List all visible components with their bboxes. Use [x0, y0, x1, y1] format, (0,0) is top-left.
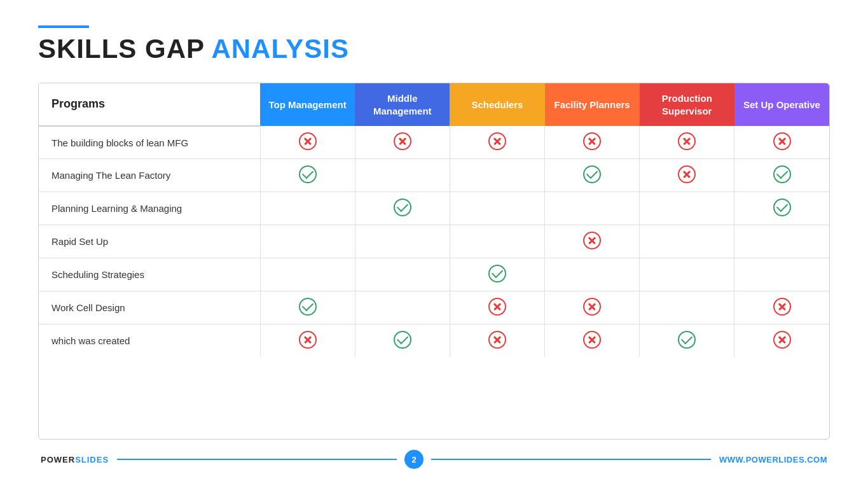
- cell-middle_mgmt: [355, 159, 450, 192]
- cell-setup: [734, 324, 829, 358]
- program-name: which was created: [39, 324, 260, 358]
- slide: SKILLS GAP ANALYSIS Programs Top Managem…: [0, 0, 868, 488]
- footer-brand: POWERSLIDES: [41, 455, 109, 464]
- check-icon: [394, 199, 411, 216]
- col-header-schedulers: Schedulers: [450, 83, 544, 126]
- x-icon: [583, 232, 601, 249]
- cell-top_mgmt: [260, 225, 355, 258]
- cell-middle_mgmt: [355, 126, 450, 159]
- cell-facility: [545, 225, 640, 258]
- cell-production: [640, 192, 734, 225]
- cell-production: [640, 225, 734, 258]
- col-header-setup: Set Up Operative: [734, 83, 829, 126]
- program-name: Work Cell Design: [39, 291, 260, 324]
- program-name: The building blocks of lean MFG: [39, 126, 260, 159]
- cell-facility: [545, 192, 640, 225]
- header-line: [38, 25, 89, 28]
- table-row: Work Cell Design: [39, 291, 829, 324]
- col-header-production: Production Supervisor: [640, 83, 734, 126]
- cell-facility: [545, 258, 640, 291]
- table-container: Programs Top Management Middle Managemen…: [38, 83, 830, 440]
- cell-schedulers: [450, 324, 544, 358]
- check-icon: [299, 165, 317, 183]
- table-row: Scheduling Strategies: [39, 258, 829, 291]
- page-number: 2: [404, 450, 424, 469]
- program-name: Scheduling Strategies: [39, 258, 260, 291]
- check-icon: [678, 331, 696, 349]
- check-icon: [583, 165, 601, 183]
- check-icon: [394, 331, 411, 349]
- x-icon: [488, 298, 506, 316]
- footer-website: WWW.POWERLIDES.COM: [719, 455, 827, 464]
- page-title: SKILLS GAP ANALYSIS: [38, 34, 830, 64]
- cell-setup: [734, 225, 829, 258]
- cell-top_mgmt: [260, 258, 355, 291]
- x-icon: [773, 298, 791, 316]
- table-row: which was created: [39, 324, 829, 358]
- cell-production: [640, 159, 734, 192]
- table-row: Managing The Lean Factory: [39, 159, 829, 192]
- check-icon: [773, 199, 791, 216]
- col-header-facility: Facility Planners: [545, 83, 640, 126]
- col-header-programs: Programs: [39, 83, 260, 126]
- cell-production: [640, 126, 734, 159]
- cell-schedulers: [450, 291, 544, 324]
- title-blue: ANALYSIS: [211, 34, 349, 64]
- x-icon: [583, 132, 601, 150]
- cell-facility: [545, 159, 640, 192]
- cell-schedulers: [450, 192, 544, 225]
- cell-middle_mgmt: [355, 225, 450, 258]
- program-name: Planning Learning & Managing: [39, 192, 260, 225]
- footer-line-left: [117, 459, 397, 460]
- cell-middle_mgmt: [355, 192, 450, 225]
- skills-gap-table: Programs Top Management Middle Managemen…: [39, 83, 829, 357]
- cell-setup: [734, 192, 829, 225]
- cell-middle_mgmt: [355, 258, 450, 291]
- check-icon: [488, 265, 506, 282]
- cell-top_mgmt: [260, 291, 355, 324]
- check-icon: [299, 298, 317, 316]
- cell-facility: [545, 291, 640, 324]
- header: SKILLS GAP ANALYSIS: [38, 25, 830, 64]
- x-icon: [488, 132, 506, 150]
- cell-middle_mgmt: [355, 291, 450, 324]
- x-icon: [773, 331, 791, 349]
- title-black: SKILLS GAP: [38, 34, 204, 64]
- cell-schedulers: [450, 159, 544, 192]
- cell-top_mgmt: [260, 159, 355, 192]
- cell-setup: [734, 291, 829, 324]
- cell-top_mgmt: [260, 192, 355, 225]
- col-header-middle-mgmt: Middle Management: [355, 83, 450, 126]
- cell-setup: [734, 126, 829, 159]
- cell-production: [640, 291, 734, 324]
- cell-facility: [545, 324, 640, 358]
- brand-slides: SLIDES: [75, 455, 109, 464]
- cell-top_mgmt: [260, 324, 355, 358]
- x-icon: [678, 165, 696, 183]
- cell-facility: [545, 126, 640, 159]
- cell-production: [640, 258, 734, 291]
- cell-schedulers: [450, 126, 544, 159]
- x-icon: [583, 298, 601, 316]
- cell-setup: [734, 258, 829, 291]
- cell-schedulers: [450, 258, 544, 291]
- footer-center: 2: [109, 450, 719, 469]
- cell-setup: [734, 159, 829, 192]
- program-name: Rapid Set Up: [39, 225, 260, 258]
- col-header-top-mgmt: Top Management: [260, 83, 355, 126]
- program-name: Managing The Lean Factory: [39, 159, 260, 192]
- brand-power: POWER: [41, 455, 75, 464]
- x-icon: [299, 132, 317, 150]
- table-row: The building blocks of lean MFG: [39, 126, 829, 159]
- table-row: Rapid Set Up: [39, 225, 829, 258]
- x-icon: [394, 132, 411, 150]
- x-icon: [678, 132, 696, 150]
- x-icon: [488, 331, 506, 349]
- table-row: Planning Learning & Managing: [39, 192, 829, 225]
- check-icon: [773, 165, 791, 183]
- footer: POWERSLIDES 2 WWW.POWERLIDES.COM: [38, 450, 830, 469]
- x-icon: [299, 331, 317, 349]
- cell-production: [640, 324, 734, 358]
- cell-middle_mgmt: [355, 324, 450, 358]
- cell-schedulers: [450, 225, 544, 258]
